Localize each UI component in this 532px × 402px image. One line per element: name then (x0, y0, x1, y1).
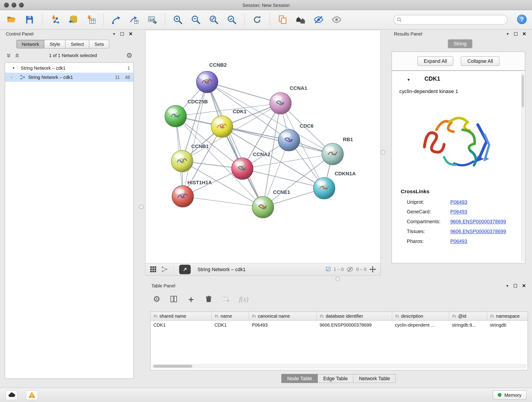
show-all-button[interactable] (329, 12, 344, 27)
network-node-ccna2[interactable] (231, 158, 253, 179)
zoom-out-button[interactable] (188, 12, 203, 27)
zoom-in-button[interactable] (170, 12, 185, 27)
selected-checkbox-icon[interactable]: ☑ (326, 267, 331, 272)
splitter-handle-right[interactable] (381, 150, 385, 154)
tab-select[interactable]: Select (66, 40, 89, 49)
column-header-description[interactable]: description (392, 312, 449, 320)
panel-menu-icon[interactable]: ▾ (113, 32, 115, 36)
network-node-hist1h1a[interactable] (172, 186, 194, 207)
table-cell[interactable]: stringdb (487, 321, 528, 330)
network-overview-icon[interactable] (161, 266, 168, 273)
crosslink-link[interactable]: 9606.ENSP00000378699 (450, 219, 506, 224)
collapse-all-icon[interactable] (6, 53, 11, 58)
network-node-ccnb1[interactable] (171, 150, 193, 172)
panel-close-icon[interactable]: ✕ (129, 31, 133, 37)
column-header-database-identifier[interactable]: database identifier (317, 312, 392, 320)
new-network-button[interactable] (109, 12, 124, 27)
panel-float-icon[interactable] (514, 32, 518, 36)
clone-network-button[interactable] (127, 12, 142, 27)
column-header-canonical-name[interactable]: canonical name (249, 312, 317, 320)
splitter-handle-bottom[interactable] (336, 277, 340, 281)
zoom-selected-button[interactable] (224, 12, 239, 27)
expand-all-icon[interactable] (15, 53, 20, 58)
copy-style-button[interactable] (275, 12, 290, 27)
horizontal-scrollbar[interactable] (152, 364, 526, 368)
network-node-cdkn1a[interactable] (313, 177, 335, 199)
hide-selected-button[interactable] (311, 12, 326, 27)
network-edge[interactable] (182, 82, 207, 161)
panel-float-icon[interactable] (120, 32, 124, 36)
column-header-name[interactable]: name (212, 312, 249, 320)
table-cell[interactable]: cyclin-dependent ... (392, 321, 449, 330)
gear-icon[interactable]: ⚙ (126, 52, 133, 59)
table-cell[interactable]: 9606.ENSP00000378699 (317, 321, 392, 330)
apply-layout-button[interactable] (250, 12, 265, 27)
column-header-namespace[interactable]: namespace (487, 312, 528, 320)
tab-network[interactable]: Network (16, 40, 44, 49)
network-edge[interactable] (207, 82, 263, 207)
network-node-ccnb2[interactable] (196, 71, 218, 93)
tab-network-table[interactable]: Network Table (354, 374, 396, 383)
open-in-browser-button[interactable] (179, 264, 191, 274)
crosslink-link[interactable]: 9606.ENSP00000378699 (450, 229, 506, 234)
help-button[interactable]: ? (517, 15, 526, 24)
network-node-cdc6[interactable] (278, 129, 300, 151)
panel-menu-icon[interactable]: ▾ (507, 32, 509, 36)
crosslink-link[interactable]: P06493 (450, 209, 467, 215)
network-node-cdc25b[interactable] (165, 105, 186, 127)
cloud-status-button[interactable] (6, 390, 18, 400)
network-row[interactable]: ● String Network – cdk1 11 48 (5, 73, 133, 82)
network-node-ccne1[interactable] (252, 196, 274, 218)
table-settings-gear-icon[interactable]: ⚙ (153, 295, 160, 303)
save-session-button[interactable] (22, 12, 37, 27)
network-edge[interactable] (207, 82, 280, 103)
table-cell[interactable]: CDK1 (212, 321, 249, 330)
zoom-fit-button[interactable] (206, 12, 221, 27)
splitter-handle-left[interactable] (139, 205, 143, 209)
show-columns-icon[interactable] (170, 295, 178, 303)
network-node-ccna1[interactable] (270, 92, 291, 114)
fit-content-crosshair-icon[interactable] (369, 266, 376, 273)
network-node-rb1[interactable] (322, 143, 344, 165)
delete-column-trash-icon[interactable] (204, 295, 213, 303)
column-header--id[interactable]: @id (449, 312, 487, 320)
tab-string[interactable]: String (448, 39, 472, 48)
network-collection-row[interactable]: ▾ String Network – cdk1 1 (5, 64, 133, 73)
network-edge[interactable] (222, 127, 333, 154)
expand-all-button[interactable]: Expand All (417, 56, 453, 66)
panel-menu-icon[interactable]: ▾ (506, 283, 508, 288)
import-network-database-button[interactable] (65, 12, 80, 27)
memory-button[interactable]: Memory (493, 390, 526, 400)
scrollbar-thumb[interactable] (522, 75, 524, 107)
results-scrollbar[interactable] (521, 72, 524, 262)
network-edge[interactable] (183, 196, 263, 207)
tree-expand-icon[interactable]: ▾ (13, 66, 18, 70)
crosslink-link[interactable]: P06493 (450, 199, 467, 205)
collapse-all-button[interactable]: Collapse All (461, 56, 500, 66)
panel-close-icon[interactable]: ✕ (522, 31, 526, 37)
table-cell[interactable]: P06493 (249, 321, 317, 330)
import-table-file-button[interactable] (83, 12, 98, 27)
tab-sets[interactable]: Sets (89, 40, 109, 49)
panel-float-icon[interactable] (514, 284, 517, 288)
export-image-button[interactable] (145, 12, 160, 27)
show-hide-panels-button[interactable] (293, 12, 308, 27)
crosslink-link[interactable]: P06493 (450, 239, 467, 244)
network-view[interactable]: CCNB2CCNA1CDC25BCDK1CDC6RB1CCNB1CCNA2CDK… (145, 30, 381, 263)
table-cell[interactable]: CDK1 (151, 321, 212, 330)
scrollbar-thumb[interactable] (153, 365, 192, 368)
birdseye-grid-icon[interactable] (150, 266, 157, 273)
tab-edge-table[interactable]: Edge Table (318, 374, 354, 383)
warnings-button[interactable] (26, 390, 38, 400)
table-cell[interactable]: stringdb:9... (449, 321, 487, 330)
panel-close-icon[interactable]: ✕ (522, 283, 526, 288)
add-column-icon[interactable]: ＋ (187, 295, 195, 303)
column-header-shared-name[interactable]: shared name (151, 312, 212, 320)
toolbar-search-input[interactable] (394, 15, 508, 24)
network-node-cdk1[interactable] (211, 116, 233, 138)
table-row[interactable]: CDK1CDK1P064939606.ENSP00000378699cyclin… (151, 321, 528, 330)
open-session-button[interactable] (4, 12, 19, 27)
tab-node-table[interactable]: Node Table (281, 374, 318, 383)
import-network-file-button[interactable] (47, 12, 62, 27)
tab-style[interactable]: Style (45, 40, 66, 49)
